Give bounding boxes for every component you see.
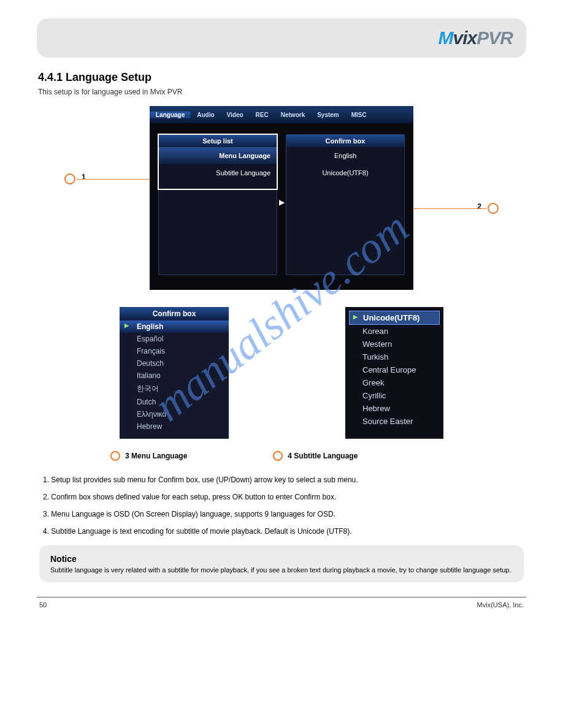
enc-item-western[interactable]: Western [349,338,440,351]
setup-item-menu-language[interactable]: Menu Language [159,147,277,164]
footer-divider [37,597,526,597]
instruction-4: 4. Subtitle Language is text encoding fo… [43,526,520,537]
annotation-circle-1 [64,173,75,184]
tab-rec[interactable]: REC [250,112,275,118]
annotation-label-1: 1 [82,173,86,181]
notice-title: Notice [50,554,513,564]
instruction-3: 3. Menu Language is OSD (On Screen Displ… [43,509,520,520]
tab-video[interactable]: Video [221,112,250,118]
menu-language-list-screenshot: Confirm box English Español Français Deu… [120,307,229,439]
lang-item-italiano[interactable]: Italiano [120,370,229,382]
setup-list-panel: Setup list Menu Language Subtitle Langua… [158,134,277,275]
confirm-value-english: English [286,147,404,164]
logo-m: M [439,28,453,48]
lang-item-francais[interactable]: Français [120,345,229,357]
annotation-text-3: 3 Menu Language [125,452,187,460]
logo-pvr: PVR [477,28,513,48]
settings-screenshot: Language Audio Video REC Network System … [150,106,413,290]
lang-item-deutsch[interactable]: Deutsch [120,357,229,370]
lang-item-hebrew[interactable]: Hebrew [120,420,229,433]
enc-item-unicode[interactable]: Unicode(UTF8) [349,311,440,325]
lang-item-greek[interactable]: Ελληνικά [120,408,229,420]
manual-page: manualshive.com MvixPVR 4.4.1 Language S… [0,0,563,633]
confirm-box-panel: Confirm box English Unicode(UTF8) [286,134,405,275]
annotation-label-2: 2 [477,202,481,211]
annotation-text-4: 4 Subtitle Language [288,452,358,460]
notice-body: Subtitle language is very related with a… [50,566,513,574]
annotation-line-1 [77,179,156,180]
enc-item-cyrillic[interactable]: Cyrillic [349,389,440,402]
notice-box: Notice Subtitle language is very related… [39,545,524,582]
arrow-right-icon: ▶ [279,198,285,207]
lang-item-english[interactable]: English [120,320,229,333]
main-screenshot-wrap: 1 2 Language Audio Video REC Network Sys… [67,106,496,290]
lower-annotation-labels: 3 Menu Language 4 Subtitle Language [37,451,526,461]
annotation-circle-2 [488,203,499,214]
confirm-box-title-2: Confirm box [120,307,229,320]
lang-item-espanol[interactable]: Español [120,333,229,345]
lower-screenshots: Confirm box English Español Français Deu… [37,307,526,439]
instruction-1: 1. Setup list provides sub menu for Conf… [43,474,520,485]
page-number: 50 [39,601,47,609]
tab-network[interactable]: Network [275,112,311,118]
annotation-circle-4 [273,451,283,461]
enc-item-hebrew[interactable]: Hebrew [349,402,440,415]
enc-item-turkish[interactable]: Turkish [349,351,440,363]
logo-vix: vix [453,28,477,48]
tab-misc[interactable]: MISC [345,112,373,118]
confirm-value-unicode: Unicode(UTF8) [286,164,404,181]
enc-item-korean[interactable]: Korean [349,325,440,338]
instruction-text: 1. Setup list provides sub menu for Conf… [43,474,520,537]
setup-item-subtitle-language[interactable]: Subtitle Language [159,164,277,181]
lang-item-dutch[interactable]: Dutch [120,396,229,408]
section-title: 4.4.1 Language Setup [38,71,526,84]
enc-item-centraleurope[interactable]: Central Europe [349,363,440,376]
page-footer: 50 Mvix(USA), Inc. [37,601,526,609]
header-bar: MvixPVR [37,18,526,58]
instruction-2: 2. Confirm box shows defined value for e… [43,491,520,502]
annotation-circle-3 [110,451,120,461]
tab-audio[interactable]: Audio [191,112,220,118]
tab-language[interactable]: Language [150,112,191,118]
enc-item-sourceeaster[interactable]: Source Easter [349,415,440,428]
annotation-3: 3 Menu Language [110,451,187,461]
subtitle-language-list-screenshot: Unicode(UTF8) Korean Western Turkish Cen… [345,307,443,439]
footer-company: Mvix(USA), Inc. [477,601,524,609]
product-logo: MvixPVR [439,28,513,48]
settings-tabs: Language Audio Video REC Network System … [150,106,413,123]
section-subtitle: This setup is for language used in Mvix … [38,88,526,96]
confirm-box-title: Confirm box [286,135,404,147]
setup-list-title: Setup list [159,135,277,147]
lang-item-korean[interactable]: 한국어 [120,382,229,396]
annotation-4: 4 Subtitle Language [273,451,358,461]
tab-system[interactable]: System [311,112,345,118]
enc-item-greek[interactable]: Greek [349,376,440,389]
